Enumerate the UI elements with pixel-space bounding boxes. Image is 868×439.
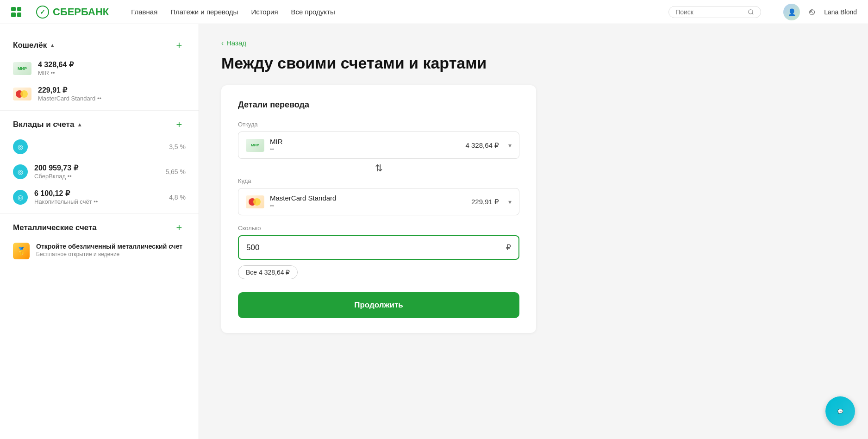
from-amount: 4 328,64 ₽ xyxy=(465,141,499,150)
nav-payments[interactable]: Платежи и переводы xyxy=(170,8,238,16)
back-chevron-icon: ‹ xyxy=(221,39,224,47)
amount-label: Сколько xyxy=(238,225,519,232)
recommend-icon: 💬 xyxy=(837,409,843,414)
to-amount: 229,91 ₽ xyxy=(471,198,499,206)
back-label: Назад xyxy=(226,39,246,47)
deposit-3-icon: ◎ xyxy=(13,190,28,205)
metals-section-header: Металлические счета + xyxy=(0,218,199,238)
mastercard-info: 229,91 ₽ MasterCard Standard •• xyxy=(38,86,186,102)
from-select[interactable]: МИР MIR •• 4 328,64 ₽ ▾ xyxy=(238,132,519,159)
gold-account-icon: 🥇 xyxy=(13,243,30,259)
back-link[interactable]: ‹ Назад xyxy=(221,39,846,47)
wallet-title: Кошелёк ▲ xyxy=(13,41,55,50)
nav-history[interactable]: История xyxy=(251,8,278,16)
logo-text: СБЕРБАНК xyxy=(53,6,109,18)
wallet-add-button[interactable]: + xyxy=(173,39,186,52)
deposits-chevron-icon: ▲ xyxy=(77,121,82,128)
deposit-2-amount: 200 959,73 ₽ xyxy=(34,163,159,172)
metals-promo-item[interactable]: 🥇 Откройте обезличенный металлический сч… xyxy=(0,238,199,264)
amount-input[interactable] xyxy=(246,243,504,252)
deposit-1-rate: 3,5 % xyxy=(169,143,186,151)
mastercard-icon xyxy=(13,88,31,100)
metals-add-button[interactable]: + xyxy=(173,221,186,234)
from-card-name: MIR xyxy=(270,138,460,145)
svg-point-0 xyxy=(749,9,753,13)
deposit-3-amount: 6 100,12 ₽ xyxy=(34,189,162,198)
deposit-3-label: Накопительный счёт •• xyxy=(34,198,162,205)
deposit-2-info: 200 959,73 ₽ СберВклад •• xyxy=(34,163,159,180)
to-select-info: MasterCard Standard •• xyxy=(270,194,466,209)
wallet-chevron-icon: ▲ xyxy=(50,42,55,49)
to-card-sub: •• xyxy=(270,202,466,209)
search-box[interactable] xyxy=(668,6,761,18)
swap-button[interactable]: ⇅ xyxy=(238,159,519,177)
user-name: Lana Blond xyxy=(824,8,857,16)
from-label: Откуда xyxy=(238,121,519,128)
from-select-info: MIR •• xyxy=(270,138,460,153)
main-layout: Кошелёк ▲ + МИР 4 328,64 ₽ MIR •• 229,91… xyxy=(0,24,868,439)
from-card-icon: МИР xyxy=(246,139,264,152)
deposits-add-button[interactable]: + xyxy=(173,118,186,131)
wallet-section-header: Кошелёк ▲ + xyxy=(0,35,199,56)
deposit-2-label: СберВклад •• xyxy=(34,173,159,180)
from-card-sub: •• xyxy=(270,146,460,153)
page-title: Между своими счетами и картами xyxy=(221,54,846,72)
metals-info: Откройте обезличенный металлический счет… xyxy=(36,243,182,257)
deposit-2-icon: ◎ xyxy=(13,164,28,179)
mir-card-amount: 4 328,64 ₽ xyxy=(38,60,186,69)
mastercard-label: MasterCard Standard •• xyxy=(38,95,186,102)
metals-title: Металлические счета xyxy=(13,223,97,232)
quick-amount-button[interactable]: Все 4 328,64 ₽ xyxy=(238,265,298,279)
logout-icon[interactable]: ⎋ xyxy=(809,6,815,17)
sidebar-item-deposit-3[interactable]: ◎ 6 100,12 ₽ Накопительный счёт •• 4,8 % xyxy=(0,184,199,210)
to-card-name: MasterCard Standard xyxy=(270,194,466,202)
metals-sub-text: Бесплатное открытие и ведение xyxy=(36,251,182,257)
sidebar-item-mastercard[interactable]: 229,91 ₽ MasterCard Standard •• xyxy=(0,81,199,107)
main-content: ‹ Назад Между своими счетами и картами Д… xyxy=(199,24,868,439)
amount-field-wrap: ₽ xyxy=(238,235,519,260)
from-chevron-icon: ▾ xyxy=(508,142,512,149)
mir-card-label: MIR •• xyxy=(38,69,186,76)
header-right: 👤 ⎋ Lana Blond xyxy=(783,4,857,20)
to-select[interactable]: MasterCard Standard •• 229,91 ₽ ▾ xyxy=(238,188,519,215)
mir-card-icon: МИР xyxy=(13,62,31,75)
header-logo: ✓ СБЕРБАНК xyxy=(36,6,109,19)
deposits-section-header: Вклады и счета ▲ + xyxy=(0,114,199,135)
sidebar: Кошелёк ▲ + МИР 4 328,64 ₽ MIR •• 229,91… xyxy=(0,24,199,439)
deposit-3-rate: 4,8 % xyxy=(169,194,186,201)
transfer-card: Детали перевода Откуда МИР MIR •• 4 328,… xyxy=(221,85,536,333)
to-card-icon xyxy=(246,195,264,208)
search-input[interactable] xyxy=(675,8,744,16)
mastercard-amount: 229,91 ₽ xyxy=(38,86,186,94)
sidebar-item-deposit-1[interactable]: ◎ 3,5 % xyxy=(0,135,199,159)
recommend-badge[interactable]: 💬 xyxy=(825,396,855,426)
transfer-card-title: Детали перевода xyxy=(238,100,519,110)
sidebar-item-deposit-2[interactable]: ◎ 200 959,73 ₽ СберВклад •• 5,65 % xyxy=(0,159,199,184)
deposit-1-icon: ◎ xyxy=(13,139,28,154)
amount-currency: ₽ xyxy=(506,243,511,252)
swap-icon: ⇅ xyxy=(375,163,383,174)
sber-logo-icon: ✓ xyxy=(36,6,49,19)
search-icon xyxy=(748,8,754,16)
sidebar-item-mir[interactable]: МИР 4 328,64 ₽ MIR •• xyxy=(0,56,199,81)
continue-button[interactable]: Продолжить xyxy=(238,292,519,318)
apps-icon[interactable] xyxy=(11,7,21,17)
mir-card-info: 4 328,64 ₽ MIR •• xyxy=(38,60,186,76)
deposit-1-info xyxy=(34,147,162,147)
to-chevron-icon: ▾ xyxy=(508,198,512,206)
deposit-2-rate: 5,65 % xyxy=(165,168,186,176)
metals-title-text: Откройте обезличенный металлический счет xyxy=(36,243,182,250)
deposits-title: Вклады и счета ▲ xyxy=(13,120,82,129)
header: ✓ СБЕРБАНК Главная Платежи и переводы Ис… xyxy=(0,0,868,24)
deposit-3-info: 6 100,12 ₽ Накопительный счёт •• xyxy=(34,189,162,205)
nav-products[interactable]: Все продукты xyxy=(291,8,335,16)
nav-home[interactable]: Главная xyxy=(131,8,157,16)
header-nav: Главная Платежи и переводы История Все п… xyxy=(131,8,654,16)
avatar: 👤 xyxy=(783,4,800,20)
to-label: Куда xyxy=(238,177,519,184)
